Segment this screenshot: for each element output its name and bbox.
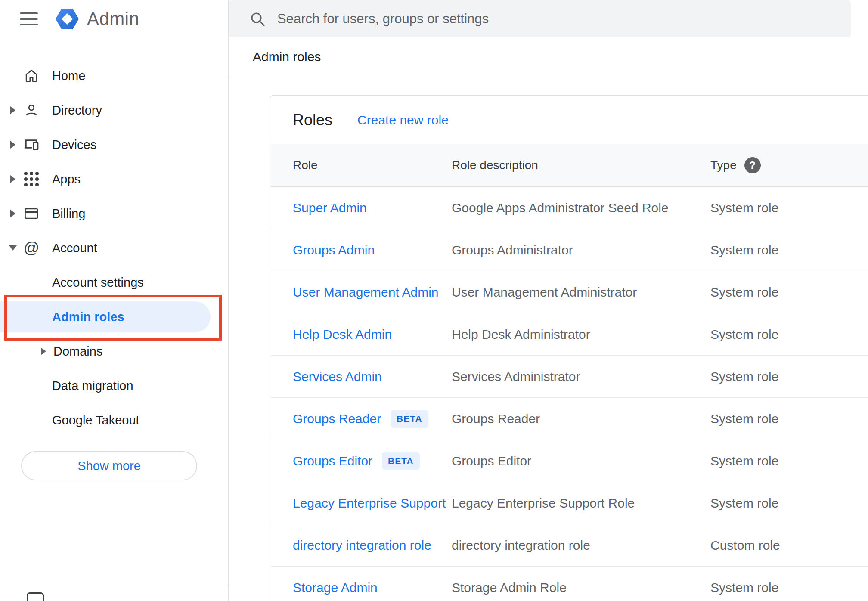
role-type: Custom role: [710, 538, 868, 553]
beta-badge: BETA: [382, 452, 420, 470]
role-description: Groups Reader: [452, 412, 710, 426]
role-type: System role: [710, 285, 868, 300]
role-type: System role: [710, 369, 868, 384]
role-description: Legacy Enterprise Support Role: [452, 496, 710, 511]
sidebar-item-label: Devices: [52, 138, 96, 152]
role-description: User Management Administrator: [452, 285, 710, 300]
person-icon: [22, 101, 40, 119]
sidebar-bottom-divider: [0, 585, 229, 585]
breadcrumb: Admin roles: [253, 37, 321, 76]
sidebar-item-google-takeout[interactable]: Google Takeout: [0, 403, 228, 437]
role-description: directory integration role: [452, 538, 710, 553]
table-row: Legacy Enterprise Support Legacy Enterpr…: [270, 482, 868, 524]
sidebar-nav: Home Directory Devices Apps: [0, 38, 228, 437]
sidebar-item-label: Account settings: [52, 276, 144, 290]
app-title: Admin: [87, 9, 140, 29]
role-link[interactable]: Groups Editor: [293, 454, 372, 468]
role-link[interactable]: Groups Admin: [293, 243, 375, 257]
at-sign-icon: @: [22, 239, 40, 257]
apps-grid-icon: [22, 170, 40, 188]
role-type: System role: [710, 496, 868, 511]
role-link[interactable]: User Management Admin: [293, 285, 439, 300]
role-link[interactable]: Legacy Enterprise Support: [293, 496, 446, 511]
chevron-right-icon[interactable]: [10, 141, 16, 149]
sidebar-item-account[interactable]: @ Account: [0, 231, 228, 265]
role-link[interactable]: Help Desk Admin: [293, 327, 392, 342]
search-bar[interactable]: [229, 0, 851, 37]
sidebar-item-directory[interactable]: Directory: [0, 93, 228, 127]
help-icon[interactable]: ?: [744, 157, 761, 173]
role-type: System role: [710, 412, 868, 426]
sidebar-item-admin-roles[interactable]: Admin roles: [0, 300, 228, 334]
header-divider: [229, 76, 868, 76]
sidebar-item-label: Data migration: [52, 379, 133, 393]
main-content: Admin roles Roles Create new role Role R…: [229, 0, 868, 601]
role-description: Google Apps Administrator Seed Role: [452, 201, 710, 215]
table-row: Groups Reader BETA Groups Reader System …: [270, 398, 868, 440]
create-new-role-link[interactable]: Create new role: [357, 113, 449, 127]
sidebar-item-account-settings[interactable]: Account settings: [0, 265, 228, 300]
column-header-type: Type ?: [710, 157, 868, 173]
chevron-right-icon[interactable]: [10, 106, 16, 114]
search-input[interactable]: [277, 11, 851, 27]
role-type: System role: [710, 243, 868, 257]
column-header-description: Role description: [452, 158, 710, 172]
table-row: Services Admin Services Administrator Sy…: [270, 356, 868, 398]
page-title: Admin roles: [253, 50, 321, 64]
sidebar-item-label: Apps: [52, 172, 81, 186]
roles-card-header: Roles Create new role: [270, 96, 868, 144]
search-icon: [249, 10, 266, 28]
devices-icon: [22, 136, 40, 154]
role-type: System role: [710, 201, 868, 215]
table-row: Storage Admin Storage Admin Role System …: [270, 567, 868, 601]
role-link[interactable]: Groups Reader: [293, 412, 381, 426]
menu-icon[interactable]: [20, 12, 38, 25]
role-type: System role: [710, 327, 868, 342]
sidebar-item-label: Domains: [53, 344, 102, 359]
table-row: Help Desk Admin Help Desk Administrator …: [270, 313, 868, 356]
sidebar-item-domains[interactable]: Domains: [0, 334, 228, 369]
role-description: Groups Editor: [452, 454, 710, 468]
role-link[interactable]: Storage Admin: [293, 580, 378, 595]
table-row: User Management Admin User Management Ad…: [270, 271, 868, 313]
chevron-right-icon[interactable]: [41, 348, 46, 355]
column-header-role: Role: [293, 158, 452, 172]
sidebar-item-apps[interactable]: Apps: [0, 162, 228, 196]
admin-logo-icon: [55, 8, 79, 30]
beta-badge: BETA: [391, 410, 428, 428]
chevron-right-icon[interactable]: [10, 210, 16, 217]
roles-title: Roles: [293, 111, 332, 129]
sidebar-item-label: Admin roles: [52, 310, 124, 324]
table-row: Groups Editor BETA Groups Editor System …: [270, 440, 868, 482]
sidebar-item-devices[interactable]: Devices: [0, 127, 228, 162]
sidebar-item-label: Billing: [52, 207, 85, 221]
role-description: Groups Administrator: [452, 243, 710, 257]
sidebar-item-label: Home: [52, 69, 85, 83]
sidebar-item-data-migration[interactable]: Data migration: [0, 369, 228, 403]
sidebar-item-billing[interactable]: Billing: [0, 196, 228, 231]
role-description: Storage Admin Role: [452, 580, 710, 595]
role-link[interactable]: Services Admin: [293, 369, 382, 384]
home-icon: [22, 67, 40, 85]
chevron-down-icon[interactable]: [9, 245, 17, 251]
sidebar-item-label: Google Takeout: [52, 413, 140, 428]
sidebar-item-label: Directory: [52, 103, 102, 118]
sidebar-item-label: Account: [52, 241, 97, 255]
role-link[interactable]: directory integration role: [293, 538, 431, 553]
sidebar-header: Admin: [0, 0, 228, 38]
table-header-row: Role Role description Type ?: [270, 144, 868, 187]
chevron-right-icon[interactable]: [10, 175, 16, 183]
role-description: Services Administrator: [452, 369, 710, 384]
role-type: System role: [710, 580, 868, 595]
credit-card-icon: [22, 204, 40, 223]
role-type: System role: [710, 454, 868, 468]
table-row: directory integration role directory int…: [270, 524, 868, 567]
table-row: Super Admin Google Apps Administrator Se…: [270, 187, 868, 229]
show-more-button[interactable]: Show more: [21, 451, 197, 480]
table-row: Groups Admin Groups Administrator System…: [270, 229, 868, 271]
sidebar: Admin Home Directory Devices: [0, 0, 229, 601]
role-link[interactable]: Super Admin: [293, 201, 367, 215]
sidebar-item-home[interactable]: Home: [0, 59, 228, 93]
roles-card: Roles Create new role Role Role descript…: [270, 95, 868, 601]
partial-bottom-icon: [27, 592, 44, 601]
